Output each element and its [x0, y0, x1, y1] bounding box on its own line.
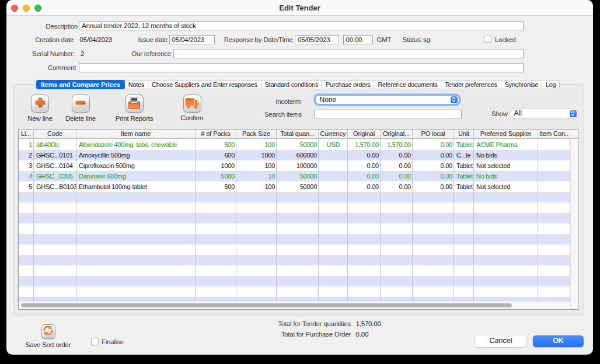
comment-input[interactable]	[79, 63, 524, 72]
cell: 0.00	[413, 150, 454, 160]
table-row-5[interactable]: 5GHSC...B0103Ethambutol 100mg tablet5001…	[19, 181, 570, 192]
column-header-po-local[interactable]: PO local	[413, 130, 454, 138]
tab-items-and-compare-prices[interactable]: Items and Compare Prices	[36, 80, 125, 89]
cell: Ethambutol 100mg tablet	[76, 181, 196, 192]
cell: 50000	[277, 171, 319, 181]
gmt-label: GMT	[377, 36, 392, 44]
cancel-button[interactable]: Cancel	[475, 335, 526, 347]
table-row-2[interactable]: 2GHSC...0101Amoxycillin 500mg60010006000…	[19, 150, 570, 160]
cell: 0.00	[413, 139, 454, 150]
column-header-li-[interactable]: Li...	[19, 130, 34, 138]
column-header-item-name[interactable]: Item name	[76, 130, 196, 138]
cell: 3	[19, 160, 34, 171]
total-po-label: Total for Purchase Order	[234, 330, 351, 338]
tab-synchronise[interactable]: Synchronise	[501, 80, 542, 89]
cell: 5000	[196, 171, 236, 181]
finalise-checkbox[interactable]	[91, 338, 99, 345]
cell: 600000	[277, 150, 319, 160]
tab-standard-conditions[interactable]: Standard conditions	[261, 80, 322, 89]
cell	[538, 181, 570, 192]
column-header-original[interactable]: Original	[348, 130, 381, 138]
horizontal-scrollbar[interactable]	[19, 302, 570, 309]
total-tender-label: Total for Tender quantities	[234, 320, 351, 328]
search-items-input[interactable]	[314, 110, 462, 118]
cell: USD	[319, 139, 348, 150]
refresh-icon	[42, 324, 54, 339]
cell: Not selected	[474, 181, 538, 192]
cell	[319, 160, 348, 171]
tab-purchase-orders[interactable]: Purchase orders	[322, 80, 374, 89]
cell: No bids	[474, 150, 538, 160]
cell: 0.00	[413, 160, 454, 171]
cell: GHSC...0355	[34, 171, 76, 181]
cell: 0.00	[348, 181, 381, 192]
delete-line-label: Delete line	[54, 115, 107, 123]
cell: Ciprofloxacin 500mg	[76, 160, 196, 171]
column-header--of-packs[interactable]: # of Packs	[196, 130, 236, 138]
cell: Tablet	[454, 181, 474, 192]
tab-notes[interactable]: Notes	[125, 80, 148, 89]
items-table: Li...CodeItem name# of PacksPack SizeTot…	[18, 129, 578, 310]
window-title: Edit Tender	[6, 0, 593, 15]
cell: Not selected	[474, 160, 538, 171]
cell: 1000	[236, 150, 277, 160]
table-row-3[interactable]: 3GHSC...0104Ciprofloxacin 500mg100010010…	[19, 160, 570, 171]
save-sort-order-label: Save Sort order	[22, 341, 75, 349]
column-header-currency[interactable]: Currency	[319, 130, 348, 138]
cell	[538, 150, 570, 160]
column-header-original-[interactable]: Original...	[381, 130, 413, 138]
column-header-unit[interactable]: Unit	[454, 130, 474, 138]
table-row-1[interactable]: 1alb400tcAlbendazole 400mg, tabs, chewab…	[19, 139, 570, 150]
ok-button[interactable]: OK	[533, 335, 584, 347]
cell: 1,570.00	[381, 139, 413, 150]
tab-reference-documents[interactable]: Reference documents	[374, 80, 441, 89]
column-header-code[interactable]: Code	[34, 130, 76, 138]
cell: 50000	[277, 181, 319, 192]
truck-icon	[184, 96, 200, 111]
tab-log[interactable]: Log	[542, 80, 559, 89]
incoterm-dropdown[interactable]: None	[316, 96, 459, 104]
chevron-up-down-icon	[451, 96, 458, 103]
status-label: Status:	[403, 36, 423, 44]
cell: 1,570.00	[348, 139, 381, 150]
column-header-item-con-[interactable]: Item Con..	[538, 130, 570, 138]
save-sort-order-button[interactable]	[41, 324, 56, 339]
cell: Darunavir 600mg	[76, 171, 196, 181]
cell: 10	[236, 171, 277, 181]
response-date-input[interactable]: 05/05/2023	[295, 35, 339, 45]
cell: 1000	[196, 160, 236, 171]
cell: No bids	[474, 171, 538, 181]
show-dropdown[interactable]: All	[510, 109, 578, 118]
our-reference-input[interactable]	[173, 50, 524, 59]
new-line-button[interactable]	[31, 94, 49, 113]
horizontal-scrollbar-thumb[interactable]	[21, 303, 512, 307]
tab-choose-suppliers-and-enter-responses[interactable]: Choose Suppliers and Enter responses	[148, 80, 261, 89]
locked-label: Locked	[495, 36, 516, 44]
cell	[319, 171, 348, 181]
status-value: sg	[423, 36, 430, 44]
locked-checkbox[interactable]	[484, 36, 491, 43]
cell: 4	[19, 171, 34, 181]
cell: GHSC...0101	[34, 150, 76, 160]
table-row-4[interactable]: 4GHSC...0355Darunavir 600mg500010500000.…	[19, 171, 570, 181]
delete-line-button[interactable]	[72, 94, 90, 113]
column-header-preferred-supplier[interactable]: Preferred Supplier	[474, 130, 538, 138]
cell: 100	[236, 139, 277, 150]
column-header-pack-size[interactable]: Pack Size	[236, 130, 277, 138]
printer-icon	[127, 96, 141, 111]
column-header-spacer	[570, 130, 578, 138]
cell: GHSC...B0103	[34, 181, 76, 192]
print-reports-button[interactable]	[125, 94, 144, 113]
plus-icon	[34, 97, 46, 111]
serial-number-label: Serial Number:	[6, 50, 75, 58]
cell: alb400tc	[34, 139, 76, 150]
column-header-total-quan-[interactable]: Total quan...	[277, 130, 319, 138]
cell: 0.00	[348, 171, 381, 181]
cell: Tablet	[454, 171, 474, 181]
description-input[interactable]: Annual tender 2022, 12 months of stock	[79, 21, 524, 30]
vertical-scrollbar[interactable]	[570, 139, 578, 309]
confirm-button[interactable]	[183, 94, 201, 113]
response-time-input[interactable]: 00:00	[343, 35, 374, 45]
total-tender-value: 1,570.00	[356, 320, 381, 328]
tab-tender-preferences[interactable]: Tender preferences	[441, 80, 500, 89]
